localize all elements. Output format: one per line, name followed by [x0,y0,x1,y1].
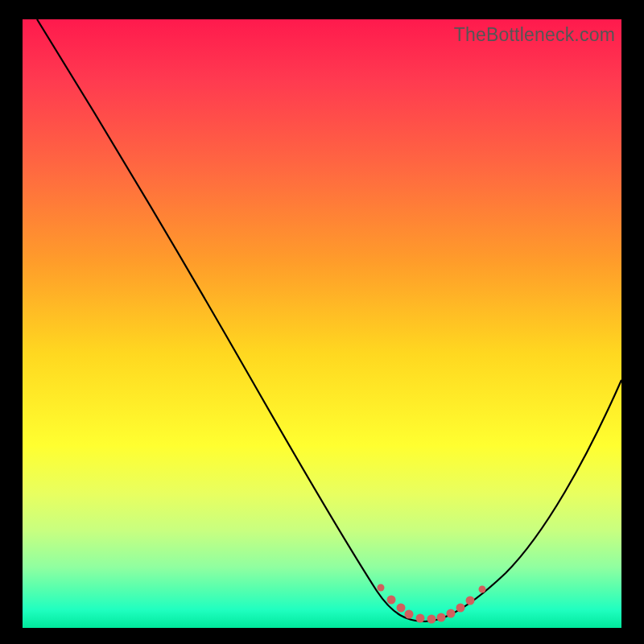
curve-path [37,19,621,621]
chart-area: TheBottleneck.com [23,19,621,628]
curve-svg [23,19,621,628]
